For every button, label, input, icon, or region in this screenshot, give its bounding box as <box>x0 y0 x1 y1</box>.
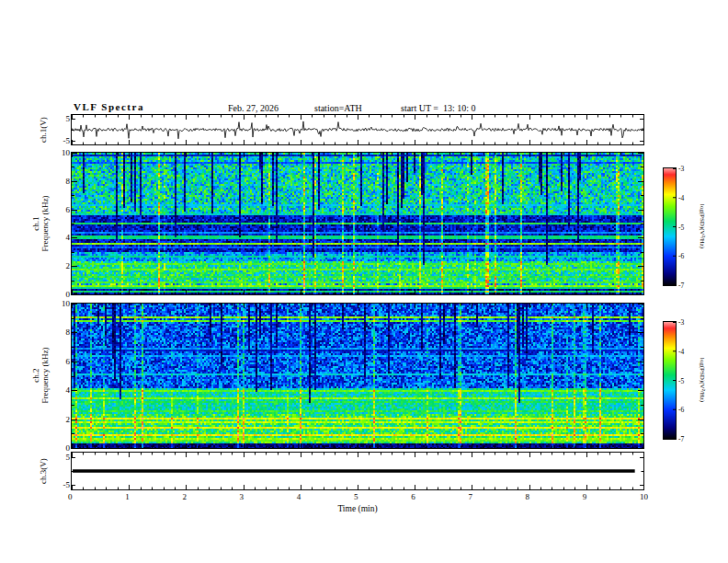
colorbar-tick-label: -6 <box>678 406 684 414</box>
freq-tick-label: 10 <box>53 148 70 157</box>
ch1-spectrogram-canvas <box>72 153 643 294</box>
ch1-waveform-canvas <box>72 115 643 144</box>
colorbar-tick-label: -7 <box>678 435 684 443</box>
colorbar-tick-label: -6 <box>678 252 684 260</box>
vlf-spectra-figure: VLF Spectra Feb. 27, 2026 station=ATH st… <box>0 0 728 563</box>
x-tick-label: 9 <box>583 492 587 501</box>
x-tick-label: 3 <box>240 492 245 501</box>
ch3-waveform-canvas <box>72 453 643 489</box>
x-tick-label: 6 <box>411 492 415 501</box>
date-label: Feb. 27, 2026 <box>228 103 279 113</box>
voltage-tick-label: -5 <box>53 136 70 145</box>
freq-tick-label: 0 <box>53 290 70 299</box>
colorbar-ch2-axis-label: log(PSD)(V²/Hz) <box>699 358 706 402</box>
x-tick-label: 0 <box>68 492 73 501</box>
freq-tick-label: 8 <box>53 327 70 337</box>
colorbar-tick-label: -5 <box>678 224 684 232</box>
freq-tick-label: 4 <box>53 233 70 242</box>
ch2-frequency-axis-label-line1: ch.2 <box>31 347 40 403</box>
colorbar-tick-label: -7 <box>678 282 684 290</box>
freq-tick-label: 0 <box>53 443 70 453</box>
station-label: station=ATH <box>314 103 362 113</box>
colorbar-tick-label: -4 <box>678 194 684 202</box>
colorbar-ch1-canvas <box>664 168 676 285</box>
x-tick-label: 10 <box>640 492 648 501</box>
ch1-waveform-panel <box>71 114 644 145</box>
ch1-frequency-axis-label: ch.1 Frequency (kHz) <box>31 195 50 251</box>
freq-tick-label: 2 <box>53 261 70 270</box>
colorbar-ch2 <box>663 321 677 440</box>
x-tick-label: 4 <box>297 492 301 501</box>
ch2-frequency-axis-label-line2: Frequency (kHz) <box>40 347 50 403</box>
ch2-spectrogram-canvas <box>72 304 643 448</box>
voltage-tick-label: -5 <box>53 480 70 489</box>
x-tick-label: 1 <box>125 492 130 501</box>
ch2-spectrogram-panel <box>71 303 644 449</box>
freq-tick-label: 6 <box>53 205 70 214</box>
ch1-frequency-axis-label-line2: Frequency (kHz) <box>40 195 50 251</box>
ch1-voltage-axis-label: ch.1(V) <box>39 117 48 143</box>
colorbar-ch1 <box>663 167 677 286</box>
colorbar-tick-label: -5 <box>678 377 684 385</box>
ch2-frequency-axis-label: ch.2 Frequency (kHz) <box>31 347 50 403</box>
colorbar-ch2-canvas <box>664 322 676 439</box>
colorbar-tick-label: -3 <box>678 165 684 173</box>
colorbar-ch1-axis-label: log(PSD)(V²/Hz) <box>699 204 706 248</box>
start-ut-label: start UT = 13: 10: 0 <box>401 103 476 113</box>
freq-tick-label: 4 <box>53 385 70 395</box>
ch3-voltage-axis-label: ch.3(V) <box>39 458 48 484</box>
colorbar-tick-label: -4 <box>678 348 684 356</box>
colorbar-tick-label: -3 <box>678 318 684 327</box>
ch1-spectrogram-panel <box>71 152 644 295</box>
ch3-waveform-panel <box>71 452 644 490</box>
ch1-frequency-axis-label-line1: ch.1 <box>31 195 40 251</box>
freq-tick-label: 2 <box>53 415 70 424</box>
plot-title: VLF Spectra <box>74 101 144 112</box>
voltage-tick-label: 5 <box>53 114 70 123</box>
x-tick-label: 7 <box>468 492 472 501</box>
voltage-tick-label: 5 <box>53 453 70 462</box>
x-tick-label: 2 <box>182 492 187 501</box>
freq-tick-label: 8 <box>53 177 70 186</box>
x-tick-label: 8 <box>526 492 530 501</box>
x-tick-label: 5 <box>354 492 358 501</box>
freq-tick-label: 6 <box>53 357 70 366</box>
x-axis-label: Time (min) <box>72 504 643 513</box>
freq-tick-label: 10 <box>53 299 70 308</box>
